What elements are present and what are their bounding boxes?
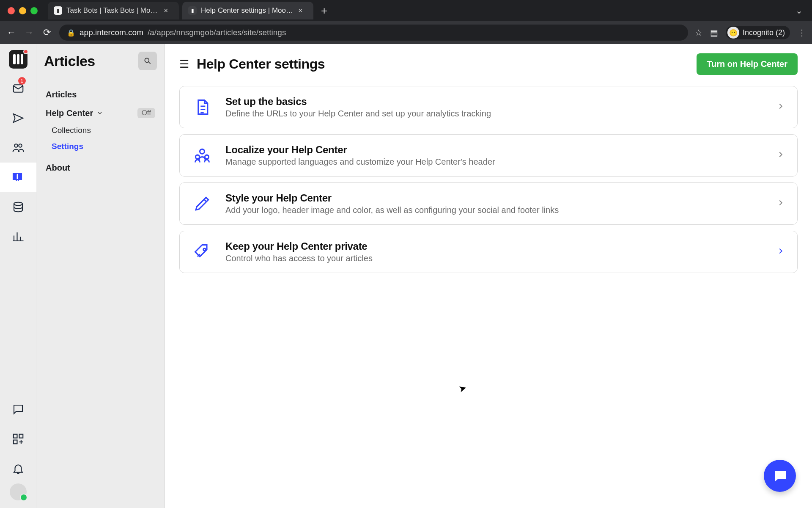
nav-apps[interactable]	[5, 424, 31, 454]
close-tab-icon[interactable]: ×	[164, 6, 168, 15]
chevron-right-icon	[776, 198, 785, 209]
forward-button: →	[24, 27, 35, 38]
status-badge: Off	[137, 108, 155, 118]
lock-icon: 🔒	[67, 29, 75, 37]
notification-dot-icon	[23, 49, 28, 54]
grid-plus-icon	[12, 433, 25, 445]
macos-window-controls[interactable]	[8, 7, 38, 14]
nav-rail: 1	[0, 44, 36, 508]
nav-inbox[interactable]: 1	[5, 74, 31, 103]
url-host: app.intercom.com	[80, 28, 143, 37]
nav-articles[interactable]	[0, 163, 36, 192]
panel-icon[interactable]: ▤	[710, 28, 718, 38]
tabs-dropdown-icon[interactable]: ⌄	[796, 6, 807, 16]
chevron-down-icon	[96, 110, 103, 116]
close-tab-icon[interactable]: ×	[298, 6, 303, 15]
card-desc: Control who has access to your articles	[225, 254, 373, 263]
incognito-indicator[interactable]: 😶 Incognito (2)	[726, 26, 790, 39]
nav-notifications[interactable]	[5, 454, 31, 483]
search-button[interactable]	[138, 52, 157, 70]
search-icon	[143, 57, 152, 65]
svg-rect-5	[13, 440, 17, 444]
back-button[interactable]: ←	[6, 27, 17, 38]
sidebar-item-label: Help Center	[46, 108, 93, 118]
sidebar-title: Articles	[44, 53, 95, 69]
reload-button[interactable]: ⟳	[41, 27, 52, 38]
book-icon	[11, 171, 24, 184]
card-title: Keep your Help Center private	[225, 240, 373, 252]
svg-point-7	[200, 149, 205, 154]
card-desc: Add your logo, header image and color, a…	[225, 205, 559, 215]
bookmark-icon[interactable]: ☆	[695, 28, 702, 38]
sidebar-item-label: About	[46, 163, 70, 173]
card-localize[interactable]: Localize your Help Center Manage support…	[179, 134, 798, 177]
svg-point-0	[14, 144, 18, 147]
tab-bar: ▮ Task Bots | Task Bots | Moodjo × ▮ Hel…	[0, 0, 812, 21]
tag-key-icon	[192, 241, 213, 262]
main-content: ☰ Help Center settings Turn on Help Cent…	[165, 44, 812, 508]
chevron-right-icon	[776, 246, 785, 257]
nav-reports[interactable]	[5, 222, 31, 251]
turn-on-help-center-button[interactable]: Turn on Help Center	[697, 53, 798, 75]
incognito-icon: 😶	[727, 27, 739, 39]
intercom-messenger-button[interactable]	[764, 460, 796, 492]
svg-point-10	[203, 248, 206, 251]
chart-icon	[12, 230, 25, 243]
browser-tab-taskbots[interactable]: ▮ Task Bots | Task Bots | Moodjo ×	[48, 2, 179, 19]
url-input[interactable]: 🔒 app.intercom.com/a/apps/nnsgmgob/artic…	[59, 25, 688, 41]
globe-people-icon	[192, 145, 213, 166]
address-bar: ← → ⟳ 🔒 app.intercom.com/a/apps/nnsgmgob…	[0, 21, 812, 44]
card-title: Localize your Help Center	[225, 144, 495, 156]
card-title: Style your Help Center	[225, 192, 559, 204]
close-window-icon[interactable]	[8, 7, 15, 14]
card-private[interactable]: Keep your Help Center private Control wh…	[179, 231, 798, 273]
url-path: /a/apps/nnsgmgob/articles/site/settings	[148, 28, 286, 37]
browser-chrome: ▮ Task Bots | Task Bots | Moodjo × ▮ Hel…	[0, 0, 812, 44]
sidebar-item-label: Articles	[46, 90, 77, 99]
nav-contacts[interactable]	[5, 133, 31, 163]
chat-icon	[12, 403, 25, 416]
sidebar-item-help-center[interactable]: Help Center Off	[44, 104, 157, 122]
sidebar: Articles Articles Help Center Off Collec…	[36, 44, 165, 508]
minimize-window-icon[interactable]	[19, 7, 26, 14]
chevron-right-icon	[776, 150, 785, 161]
people-icon	[12, 141, 25, 154]
new-tab-button[interactable]: +	[317, 4, 332, 17]
hamburger-icon[interactable]: ☰	[179, 58, 189, 71]
card-style[interactable]: Style your Help Center Add your logo, he…	[179, 182, 798, 225]
browser-menu-icon[interactable]: ⋮	[798, 28, 806, 38]
page-title: Help Center settings	[197, 56, 325, 72]
nav-messenger[interactable]	[5, 395, 31, 424]
fullscreen-window-icon[interactable]	[30, 7, 38, 14]
pencil-icon	[192, 193, 213, 214]
sidebar-item-settings[interactable]: Settings	[44, 138, 157, 155]
card-title: Set up the basics	[225, 96, 491, 108]
sidebar-item-about[interactable]: About	[44, 159, 157, 177]
settings-cards: Set up the basics Define the URLs to you…	[179, 86, 798, 273]
card-desc: Manage supported languages and customize…	[225, 157, 495, 167]
nav-outbound[interactable]	[5, 103, 31, 133]
svg-point-6	[145, 58, 149, 62]
card-desc: Define the URLs to your Help Center and …	[225, 109, 491, 119]
user-avatar[interactable]	[10, 483, 27, 500]
tab-favicon-icon: ▮	[188, 6, 197, 15]
chevron-right-icon	[776, 102, 785, 113]
tab-favicon-icon: ▮	[54, 6, 62, 15]
incognito-label: Incognito (2)	[743, 28, 785, 37]
page-header: ☰ Help Center settings Turn on Help Cent…	[179, 53, 798, 75]
sidebar-item-articles[interactable]: Articles	[44, 86, 157, 104]
bell-icon	[12, 462, 25, 475]
send-icon	[12, 112, 25, 124]
card-setup-basics[interactable]: Set up the basics Define the URLs to you…	[179, 86, 798, 128]
app-shell: 1 Articles	[0, 44, 812, 508]
sidebar-item-collections[interactable]: Collections	[44, 122, 157, 138]
tab-title: Help Center settings | Moodjo	[201, 6, 294, 15]
browser-tab-helpcenter[interactable]: ▮ Help Center settings | Moodjo ×	[182, 2, 313, 19]
document-icon	[192, 97, 213, 118]
svg-point-2	[14, 202, 22, 206]
nav-data[interactable]	[5, 192, 31, 222]
database-icon	[12, 201, 25, 213]
svg-rect-3	[13, 434, 17, 438]
svg-rect-4	[19, 434, 23, 438]
svg-point-1	[19, 144, 22, 147]
